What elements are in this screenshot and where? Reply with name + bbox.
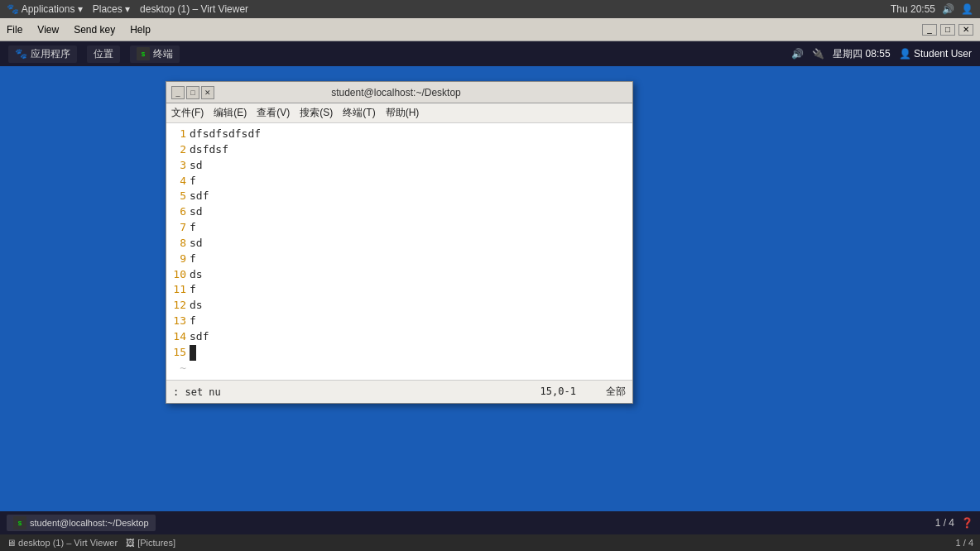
term-line-11: 11f	[166, 282, 632, 298]
host-bottom-left: 🖥 desktop (1) – Virt Viewer 🖼 [Pictures]	[7, 538, 175, 548]
vv-menus: File View Send key Help	[7, 24, 151, 36]
term-line-tilde-2: ~	[166, 376, 632, 381]
term-menu-file[interactable]: 文件(F)	[171, 106, 204, 120]
terminal-maximize-button[interactable]: □	[186, 86, 199, 99]
vv-menu-help[interactable]: Help	[130, 24, 151, 36]
term-line-8: 8sd	[166, 236, 632, 252]
term-line-4: 4f	[166, 174, 632, 189]
guest-top-panel: 🐾 应用程序 位置 $ 终端 🔊 🔌 星期四 08:55 👤 Student U…	[0, 41, 980, 66]
term-line-6: 6sd	[166, 204, 632, 220]
host-sound-icon[interactable]: 🔊	[942, 3, 954, 15]
terminal-minimize-button[interactable]: _	[171, 86, 185, 99]
vv-maximize-button[interactable]: □	[940, 24, 955, 36]
terminal-close-button[interactable]: ✕	[201, 86, 214, 99]
guest-volume-icon[interactable]: 🔊	[791, 48, 804, 60]
taskbar-terminal-label: student@localhost:~/Desktop	[30, 518, 149, 528]
vv-menu-view[interactable]: View	[37, 24, 59, 36]
vv-close-button[interactable]: ✕	[958, 24, 973, 36]
guest-panel-right: 🔊 🔌 星期四 08:55 👤 Student User	[791, 47, 972, 61]
guest-panel-left: 🐾 应用程序 位置 $ 终端	[8, 46, 180, 63]
host-bottom-right: 1 / 4	[956, 538, 973, 548]
host-window-title: desktop (1) – Virt Viewer	[140, 3, 248, 15]
guest-screen: 🐾 应用程序 位置 $ 终端 🔊 🔌 星期四 08:55 👤 Student U…	[0, 41, 980, 534]
guest-user-menu[interactable]: 👤 Student User	[899, 48, 972, 60]
terminal-title-buttons[interactable]: _ □ ✕	[171, 86, 214, 99]
term-line-13: 13f	[166, 314, 632, 329]
virt-viewer-bar: File View Send key Help _ □ ✕	[0, 18, 980, 41]
host-user-icon[interactable]: 👤	[961, 3, 973, 15]
term-line-2: 2dsfdsf	[166, 142, 632, 158]
term-menu-terminal[interactable]: 终端(T)	[343, 106, 375, 120]
host-time: Thu 20:55	[891, 3, 935, 15]
term-line-14: 14sdf	[166, 329, 632, 345]
guest-apps-menu[interactable]: 🐾 应用程序	[8, 46, 77, 63]
host-page-indicator: 1 / 4	[956, 538, 973, 548]
host-pictures-item[interactable]: 🖼 [Pictures]	[126, 538, 175, 548]
term-line-10: 10ds	[166, 267, 632, 283]
term-line-1: 1dfsdfsdfsdf	[166, 127, 632, 142]
term-line-9: 9f	[166, 252, 632, 267]
statusbar-position: 15,0-1 全部	[540, 385, 626, 399]
term-menu-search[interactable]: 搜索(S)	[300, 106, 333, 120]
terminal-content[interactable]: 1dfsdfsdfsdf 2dsfdsf 3sd 4f 5sdf 6sd 7f …	[166, 123, 632, 380]
host-bar-left: 🐾 Applications ▾ Places ▾ desktop (1) – …	[7, 3, 248, 15]
terminal-menubar: 文件(F) 编辑(E) 查看(V) 搜索(S) 终端(T) 帮助(H)	[166, 103, 632, 123]
term-line-5: 5sdf	[166, 189, 632, 204]
guest-help-icon[interactable]: ❓	[961, 517, 973, 529]
host-apps-menu[interactable]: 🐾 Applications ▾	[7, 3, 83, 15]
term-line-3: 3sd	[166, 158, 632, 174]
host-bottom-bar: 🖥 desktop (1) – Virt Viewer 🖼 [Pictures]…	[0, 534, 980, 551]
taskbar-terminal-icon: $	[13, 516, 26, 529]
taskbar-item-terminal[interactable]: $ student@localhost:~/Desktop	[7, 515, 156, 531]
host-os-bar: 🐾 Applications ▾ Places ▾ desktop (1) – …	[0, 0, 980, 18]
terminal-statusbar: : set nu 15,0-1 全部	[166, 380, 632, 403]
guest-taskbar-left: $ student@localhost:~/Desktop	[7, 515, 156, 531]
term-menu-help[interactable]: 帮助(H)	[386, 106, 420, 120]
guest-network-icon[interactable]: 🔌	[812, 48, 824, 60]
terminal-title: student@localhost:~/Desktop	[214, 87, 578, 98]
host-taskbar-item[interactable]: 🖥 desktop (1) – Virt Viewer	[7, 538, 118, 548]
host-places-menu[interactable]: Places ▾	[93, 3, 130, 15]
term-line-15: 15	[166, 345, 632, 361]
term-line-12: 12ds	[166, 298, 632, 314]
host-bar-right: Thu 20:55 🔊 👤	[891, 3, 973, 15]
guest-terminal-menu[interactable]: $ 终端	[130, 46, 180, 63]
vv-menu-sendkey[interactable]: Send key	[74, 24, 115, 36]
terminal-titlebar: _ □ ✕ student@localhost:~/Desktop	[166, 82, 632, 103]
guest-taskbar: $ student@localhost:~/Desktop 1 / 4 ❓	[0, 511, 980, 534]
text-cursor	[190, 345, 196, 361]
term-menu-edit[interactable]: 编辑(E)	[214, 106, 247, 120]
guest-taskbar-right: 1 / 4 ❓	[935, 517, 973, 529]
vv-minimize-button[interactable]: _	[922, 24, 937, 36]
guest-page-indicator: 1 / 4	[935, 517, 954, 529]
terminal-body[interactable]: 1dfsdfsdfsdf 2dsfdsf 3sd 4f 5sdf 6sd 7f …	[166, 123, 632, 380]
term-menu-view[interactable]: 查看(V)	[257, 106, 290, 120]
guest-datetime: 星期四 08:55	[833, 47, 890, 61]
guest-places-menu[interactable]: 位置	[87, 46, 120, 63]
terminal-small-icon: $	[137, 47, 150, 60]
terminal-window: _ □ ✕ student@localhost:~/Desktop 文件(F) …	[166, 81, 633, 404]
term-line-7: 7f	[166, 220, 632, 236]
statusbar-command: : set nu	[173, 386, 221, 398]
vv-menu-file[interactable]: File	[7, 24, 22, 36]
term-line-tilde-1: ~	[166, 361, 632, 376]
vv-window-buttons[interactable]: _ □ ✕	[922, 24, 973, 36]
